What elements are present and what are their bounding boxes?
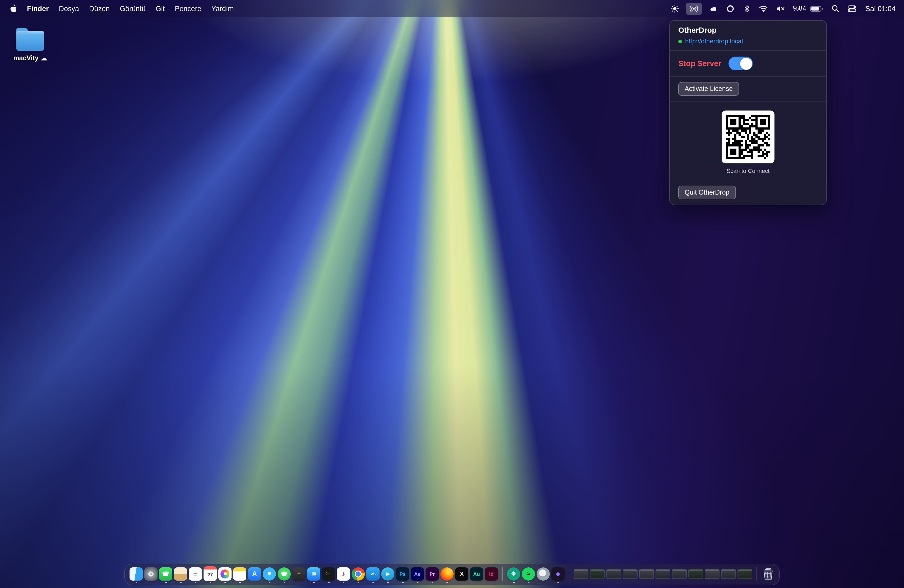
minimized-window-preview[interactable] xyxy=(656,569,670,579)
menu-clock[interactable]: Sal 01:04 xyxy=(865,5,896,13)
wifi-icon[interactable] xyxy=(759,5,768,13)
minimized-window-preview[interactable] xyxy=(705,569,719,579)
aftereffects-app-icon: Ae xyxy=(411,567,424,580)
dock-item-photos[interactable] xyxy=(218,567,232,580)
mute-icon[interactable] xyxy=(776,5,785,13)
premiere-app-icon: Pr xyxy=(425,567,439,580)
dock-item-loupe[interactable] xyxy=(537,567,550,580)
qr-section: Scan to Connect xyxy=(670,101,826,181)
qr-code xyxy=(722,111,774,163)
dock-item-aftereffects[interactable]: Ae xyxy=(411,567,424,580)
license-row: Activate License xyxy=(670,77,826,101)
dock-item-settings[interactable]: ⚙ xyxy=(144,567,158,580)
menu-pencere[interactable]: Pencere xyxy=(175,5,201,13)
menu-bar-left: Finder Dosya Düzen Görüntü Git Pencere Y… xyxy=(0,4,234,13)
finder-app-icon xyxy=(130,567,143,580)
dock-item-whatsapp[interactable]: ☎ xyxy=(278,567,291,580)
minimized-window-preview[interactable] xyxy=(639,569,654,579)
dock-item-telegram[interactable]: ▸ xyxy=(381,567,394,580)
panel-title: OtherDrop xyxy=(678,26,818,34)
minimized-window-preview[interactable] xyxy=(606,569,621,579)
dock-item-music[interactable]: ♪ xyxy=(337,567,350,580)
dock-item-mail[interactable]: ✉ xyxy=(307,567,320,580)
dock-item-firefox[interactable] xyxy=(440,567,454,580)
dock: ⚙☎☰27A☎÷✉>_♪VS▸PsAePrXAuId✳≈◆ xyxy=(124,564,780,585)
dock-item-calculator[interactable]: ÷ xyxy=(292,567,305,580)
menu-app-name[interactable]: Finder xyxy=(27,5,49,13)
spotlight-icon[interactable] xyxy=(831,4,839,13)
dock-item-finder[interactable] xyxy=(130,567,143,580)
quit-row: Quit OtherDrop xyxy=(670,181,826,205)
bluetooth-icon[interactable] xyxy=(743,4,751,13)
dock-divider xyxy=(502,567,503,581)
dock-divider xyxy=(757,567,757,581)
photoshop-app-icon: Ps xyxy=(396,567,409,580)
dock-item-indesign[interactable]: Id xyxy=(485,567,498,580)
terminal-app-icon: >_ xyxy=(322,567,335,580)
otherdrop-menubar-icon[interactable] xyxy=(686,2,702,14)
dock-item-obsidian[interactable]: ◆ xyxy=(552,567,564,580)
loupe-app-icon xyxy=(537,567,550,580)
desktop-icon-macvity[interactable]: macVity ☁ xyxy=(9,31,51,62)
menu-bar: Finder Dosya Düzen Görüntü Git Pencere Y… xyxy=(0,0,904,17)
menu-goruntu[interactable]: Görüntü xyxy=(120,5,145,13)
minimized-window-preview[interactable] xyxy=(574,569,588,579)
dock-item-safari[interactable] xyxy=(263,567,276,580)
dock-item-facetime[interactable]: ☎ xyxy=(159,567,172,580)
dock-item-terminal[interactable]: >_ xyxy=(322,567,335,580)
notes-app-icon xyxy=(233,567,247,580)
server-toggle[interactable] xyxy=(729,57,753,70)
dock-item-spotify[interactable]: ≈ xyxy=(522,567,535,580)
dock-item-xapp[interactable]: X xyxy=(455,567,468,580)
minimized-window-preview[interactable] xyxy=(738,569,752,579)
desktop-icon-label: macVity ☁ xyxy=(13,54,47,62)
minimized-window-preview[interactable] xyxy=(623,569,638,579)
minimized-window-preview[interactable] xyxy=(672,569,687,579)
telegram-app-icon: ▸ xyxy=(381,567,394,580)
spotify-app-icon: ≈ xyxy=(522,567,535,580)
dock-item-calendar[interactable]: 27 xyxy=(204,567,217,580)
dock-item-chrome[interactable] xyxy=(352,567,365,580)
cloud-icon[interactable] xyxy=(708,4,718,13)
sun-icon[interactable] xyxy=(670,4,679,13)
folder-icon[interactable] xyxy=(16,31,44,51)
menu-dosya[interactable]: Dosya xyxy=(59,5,79,13)
server-url-link[interactable]: http://otherdrop.local xyxy=(685,38,743,45)
safari-app-icon xyxy=(263,567,276,580)
mail-app-icon: ✉ xyxy=(307,567,320,580)
dock-item-reminders[interactable]: ☰ xyxy=(189,567,202,580)
qr-caption: Scan to Connect xyxy=(727,168,770,174)
menu-git[interactable]: Git xyxy=(156,5,165,13)
chatgpt-app-icon: ✳ xyxy=(507,567,520,580)
otherdrop-panel: OtherDrop http://otherdrop.local Stop Se… xyxy=(669,20,827,205)
dock-item-contacts[interactable] xyxy=(174,567,187,580)
dock-item-appstore[interactable]: A xyxy=(248,567,261,580)
server-status-dot xyxy=(678,40,682,43)
dock-item-vscode[interactable]: VS xyxy=(367,567,379,580)
icloud-status-icon: ☁ xyxy=(41,54,47,62)
dock-item-premiere[interactable]: Pr xyxy=(425,567,439,580)
menu-yardim[interactable]: Yardım xyxy=(212,5,234,13)
dock-item-photoshop[interactable]: Ps xyxy=(396,567,409,580)
audition-app-icon: Au xyxy=(470,567,483,580)
dock-item-notes[interactable] xyxy=(233,567,247,580)
music-app-icon: ♪ xyxy=(337,567,350,580)
menu-bar-status: %84 Sal 01:04 xyxy=(670,2,904,14)
quit-otherdrop-button[interactable]: Quit OtherDrop xyxy=(678,186,736,199)
minimized-window-preview[interactable] xyxy=(590,569,605,579)
minimized-window-preview[interactable] xyxy=(688,569,703,579)
apple-menu-icon[interactable] xyxy=(10,4,17,13)
dock-item-audition[interactable]: Au xyxy=(470,567,483,580)
dock-item-chatgpt[interactable]: ✳ xyxy=(507,567,520,580)
whatsapp-app-icon: ☎ xyxy=(278,567,291,580)
panel-header: OtherDrop http://otherdrop.local xyxy=(670,21,826,50)
ring-icon[interactable] xyxy=(726,4,735,13)
trash-icon[interactable] xyxy=(761,567,774,580)
minimized-window-preview[interactable] xyxy=(721,569,736,579)
vscode-app-icon: VS xyxy=(367,567,379,580)
xapp-app-icon: X xyxy=(455,567,468,580)
control-center-icon[interactable] xyxy=(847,4,857,13)
menu-duzen[interactable]: Düzen xyxy=(89,5,110,13)
battery-icon[interactable] xyxy=(810,4,823,13)
activate-license-button[interactable]: Activate License xyxy=(678,82,739,96)
